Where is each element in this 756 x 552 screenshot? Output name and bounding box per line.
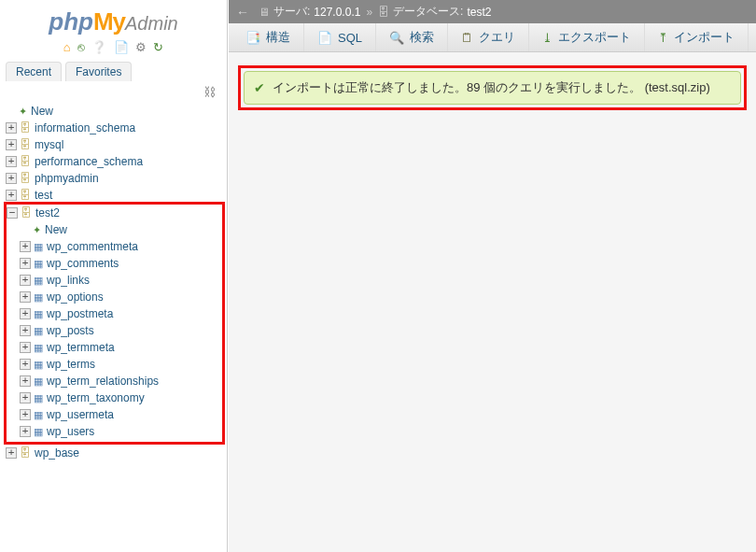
import-icon: ⤒: [658, 31, 668, 45]
reload-icon[interactable]: ↻: [153, 40, 163, 54]
expand-icon[interactable]: [6, 139, 17, 150]
tree-table-item[interactable]: ▦wp_posts: [7, 322, 222, 339]
menu-import[interactable]: ⤒インポート: [645, 23, 749, 51]
expand-icon[interactable]: [20, 392, 31, 403]
database-icon: 🗄: [20, 446, 31, 460]
expand-icon[interactable]: [20, 325, 31, 336]
expand-icon[interactable]: [20, 308, 31, 319]
logout-icon[interactable]: ⎋: [77, 40, 85, 54]
expand-icon[interactable]: [20, 409, 31, 420]
expand-icon[interactable]: [6, 447, 17, 459]
menu-structure[interactable]: 📑構造: [232, 23, 304, 51]
expand-icon[interactable]: [20, 375, 31, 387]
expand-icon[interactable]: [20, 359, 31, 370]
tree-db-item[interactable]: 🗄mysql: [6, 136, 223, 153]
link-icon[interactable]: ⛓: [0, 85, 227, 103]
table-label: wp_postmeta: [47, 307, 113, 320]
tree-new[interactable]: ✦ New: [6, 103, 223, 120]
nav-panel-toggle-icon[interactable]: ←: [236, 5, 249, 20]
table-icon: ▦: [34, 375, 43, 388]
server-icon: 🖥: [259, 6, 270, 19]
tree-table-item[interactable]: ▦wp_comments: [7, 255, 222, 272]
collapse-icon[interactable]: [7, 207, 18, 219]
db-label: phpmyadmin: [35, 172, 99, 185]
menu-sql[interactable]: 📄SQL: [304, 23, 376, 51]
menu-structure-label: 構造: [266, 29, 290, 46]
expand-icon[interactable]: [20, 426, 31, 437]
expand-icon[interactable]: [20, 291, 31, 303]
new-icon: ✦: [33, 224, 41, 236]
expand-icon[interactable]: [20, 241, 31, 252]
sidebar: phpMyAdmin ⌂ ⎋ ❔ 📄 ⚙ ↻ Recent Favorites …: [0, 0, 228, 552]
main-panel: ← 🖥 サーバ: 127.0.0.1 » 🗄 データベース: test2 📑構造…: [229, 0, 756, 552]
tree-table-item[interactable]: ▦wp_termmeta: [7, 339, 222, 356]
success-message: ✔ インポートは正常に終了しました。89 個のクエリを実行しました。 (test…: [244, 71, 741, 105]
tree-new-table[interactable]: ✦ New: [7, 221, 222, 238]
table-icon: ▦: [34, 409, 43, 421]
tree-table-item[interactable]: ▦wp_term_relationships: [7, 373, 222, 389]
breadcrumb-db[interactable]: test2: [467, 6, 491, 19]
table-label: wp_posts: [47, 324, 94, 337]
tree-db-item[interactable]: 🗄information_schema: [6, 120, 223, 136]
table-icon: ▦: [34, 291, 43, 304]
success-icon: ✔: [254, 80, 265, 95]
tree-table-item[interactable]: ▦wp_options: [7, 289, 222, 305]
expand-icon[interactable]: [20, 342, 31, 353]
tree-db-item[interactable]: 🗄phpmyadmin: [6, 170, 223, 187]
db-label: mysql: [35, 138, 63, 151]
query-icon: 🗒: [461, 31, 473, 45]
tree-table-item[interactable]: ▦wp_usermeta: [7, 406, 222, 423]
database-icon: 🗄: [21, 206, 32, 219]
docs-icon[interactable]: ❔: [91, 40, 106, 54]
expand-icon[interactable]: [20, 258, 31, 269]
db-label: information_schema: [35, 121, 135, 134]
table-label: wp_users: [47, 425, 94, 438]
tree-db-test2[interactable]: 🗄 test2: [7, 205, 222, 221]
export-icon: ⤓: [542, 31, 553, 45]
tree-db-item[interactable]: 🗄performance_schema: [6, 153, 223, 170]
tree-table-item[interactable]: ▦wp_links: [7, 272, 222, 289]
expand-icon[interactable]: [6, 173, 17, 184]
logo-text-php: php: [49, 7, 93, 35]
expand-icon[interactable]: [6, 122, 17, 134]
expand-icon[interactable]: [6, 190, 17, 201]
db-label: test: [35, 189, 52, 202]
breadcrumb: ← 🖥 サーバ: 127.0.0.1 » 🗄 データベース: test2: [229, 0, 756, 23]
tree-db-wpbase[interactable]: 🗄 wp_base: [6, 445, 223, 461]
table-icon: ▦: [34, 342, 43, 354]
table-icon: ▦: [34, 359, 43, 371]
table-label: wp_commentmeta: [47, 240, 138, 253]
database-icon: 🗄: [20, 172, 31, 185]
table-icon: ▦: [34, 392, 43, 404]
tree-table-item[interactable]: ▦wp_postmeta: [7, 305, 222, 322]
table-label: wp_comments: [47, 257, 119, 270]
sidebar-quick-icons: ⌂ ⎋ ❔ 📄 ⚙ ↻: [0, 38, 227, 58]
table-icon: ▦: [34, 258, 43, 270]
table-icon: ▦: [34, 275, 43, 287]
table-icon: ▦: [34, 308, 43, 320]
database-icon: 🗄: [20, 138, 31, 151]
menu-search[interactable]: 🔍検索: [376, 23, 448, 51]
home-icon[interactable]: ⌂: [63, 40, 71, 54]
expand-icon[interactable]: [6, 156, 17, 167]
tree-table-item[interactable]: ▦wp_users: [7, 423, 222, 440]
highlight-selected-db: 🗄 test2 ✦ New ▦wp_commentmeta▦wp_comment…: [4, 202, 225, 445]
menu-export[interactable]: ⤓エクスポート: [529, 23, 645, 51]
breadcrumb-server-label: サーバ:: [273, 4, 310, 20]
tab-favorites[interactable]: Favorites: [65, 62, 132, 81]
database-icon: 🗄: [20, 155, 31, 168]
menu-import-label: インポート: [674, 29, 735, 46]
db-label: performance_schema: [35, 155, 143, 168]
menu-sql-label: SQL: [338, 31, 362, 45]
logo-text-admin: Admin: [125, 13, 178, 34]
tree-table-item[interactable]: ▦wp_commentmeta: [7, 238, 222, 255]
logo[interactable]: phpMyAdmin: [0, 0, 227, 38]
tab-recent[interactable]: Recent: [6, 62, 62, 81]
tree-table-item[interactable]: ▦wp_term_taxonomy: [7, 389, 222, 406]
expand-icon[interactable]: [20, 275, 31, 286]
settings-icon[interactable]: ⚙: [135, 40, 147, 54]
menu-query[interactable]: 🗒クエリ: [448, 23, 529, 51]
tree-table-item[interactable]: ▦wp_terms: [7, 356, 222, 373]
sql-doc-icon[interactable]: 📄: [114, 40, 129, 54]
breadcrumb-server[interactable]: 127.0.0.1: [314, 6, 360, 19]
